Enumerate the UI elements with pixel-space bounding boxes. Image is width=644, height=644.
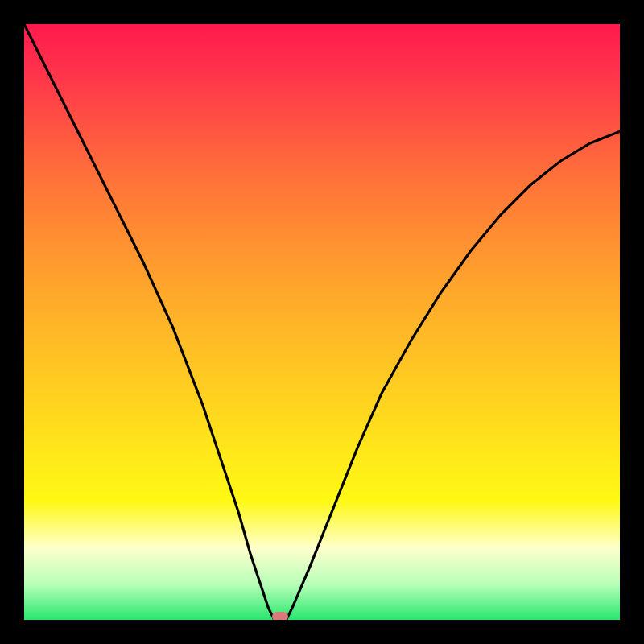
watermark-text: TheBottleneck.com	[424, 3, 620, 28]
chart-stage: TheBottleneck.com	[0, 0, 644, 644]
optimal-point-marker	[272, 612, 288, 621]
bottleneck-curve	[24, 24, 620, 620]
plot-area	[24, 24, 620, 620]
